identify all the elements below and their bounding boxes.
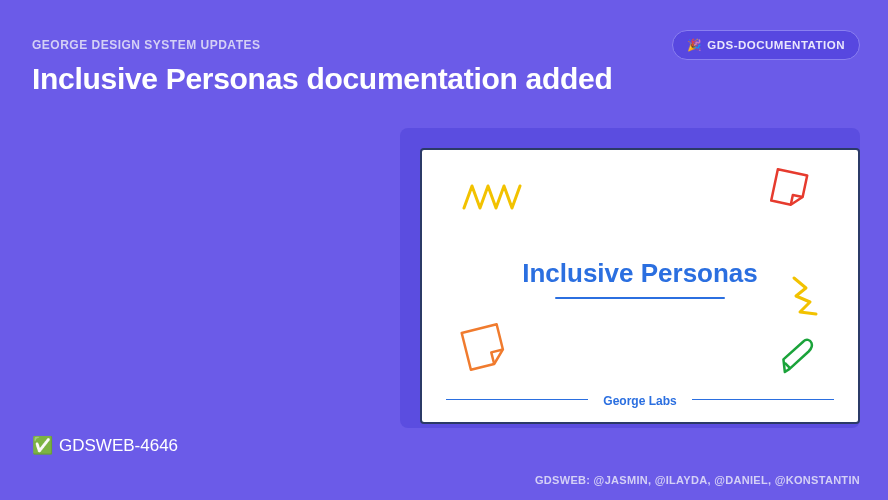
ticket-id: ✅ GDSWEB-4646: [32, 435, 178, 456]
ticket-label: GDSWEB-4646: [59, 436, 178, 456]
preview-card: Inclusive Personas George Labs: [420, 148, 860, 424]
sticky-note-red-icon: [768, 168, 810, 210]
credits-line: GDSWEB: @JASMIN, @ILAYDA, @DANIEL, @KONS…: [535, 474, 860, 486]
zigzag-yellow-icon: [462, 180, 532, 214]
badge-label: GDS-DOCUMENTATION: [707, 39, 845, 51]
page-title: Inclusive Personas documentation added: [32, 62, 612, 96]
checkmark-icon: ✅: [32, 435, 53, 456]
eyebrow-label: GEORGE DESIGN SYSTEM UPDATES: [32, 38, 260, 52]
party-icon: 🎉: [687, 38, 702, 52]
card-title: Inclusive Personas: [422, 258, 858, 299]
category-badge: 🎉 GDS-DOCUMENTATION: [672, 30, 860, 60]
pencil-green-icon: [776, 334, 816, 382]
card-footer: George Labs: [422, 394, 858, 408]
sticky-note-orange-icon: [458, 322, 510, 374]
